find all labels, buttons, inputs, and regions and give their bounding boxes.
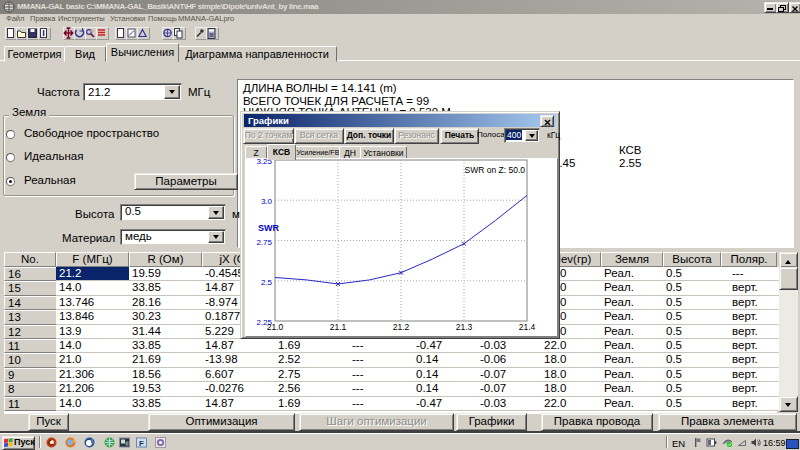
svg-text:21.0: 21.0: [267, 322, 284, 332]
svg-text:3.0: 3.0: [261, 197, 273, 206]
svg-text:21.4: 21.4: [519, 322, 536, 332]
svg-text:2.5: 2.5: [261, 278, 273, 287]
svg-text:3.25: 3.25: [256, 159, 272, 166]
svg-text:21.1: 21.1: [330, 322, 347, 332]
svg-text:SWR on Z: 50.0: SWR on Z: 50.0: [465, 165, 526, 175]
svg-text:2.75: 2.75: [256, 238, 272, 247]
svg-text:21.3: 21.3: [456, 322, 473, 332]
svg-text:SWR: SWR: [258, 223, 279, 233]
svg-text:21.2: 21.2: [393, 322, 410, 332]
svg-text:F: F: [139, 439, 144, 448]
